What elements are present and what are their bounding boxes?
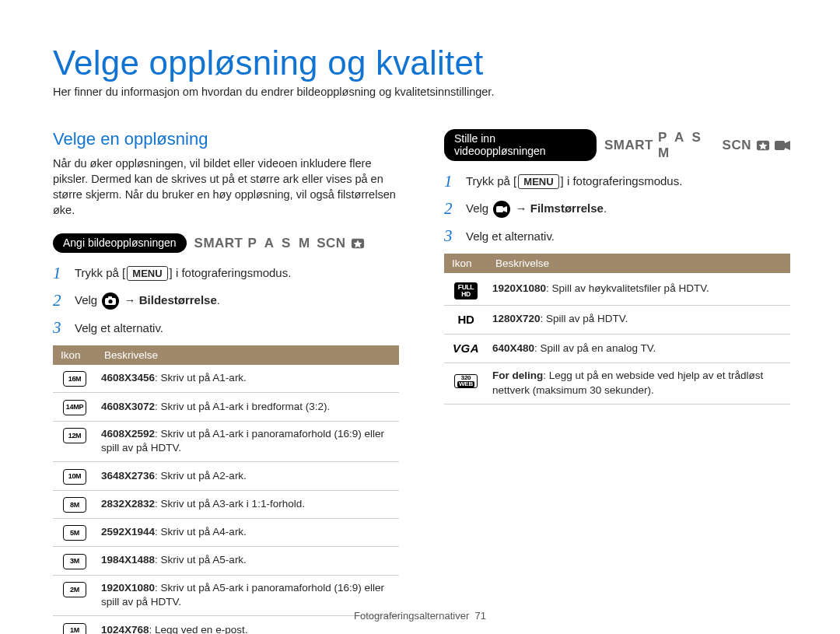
th-icon: Ikon [53, 345, 96, 365]
video-icon [493, 201, 510, 218]
table-row: 8M 2832X2832: Skriv ut på A3-ark i 1:1-f… [53, 490, 399, 518]
subsection-title: Velge en oppløsning [53, 129, 399, 149]
mode-magic-icon [351, 236, 365, 250]
video-resolution-table: Ikon Beskrivelse FULLHD 1920X1080: Spill… [444, 254, 790, 405]
res-badge-icon: 14MP [63, 400, 86, 415]
step-number: 1 [53, 264, 67, 283]
hd-badge-icon: HD [454, 312, 478, 328]
mode-magic-icon [756, 138, 770, 152]
step-text: Trykk på [MENU] i fotograferingsmodus. [75, 266, 291, 281]
table-row: 14MP 4608X3072: Skriv ut på A1-ark i bre… [53, 393, 399, 421]
vga-badge-icon: VGA [450, 341, 481, 356]
table-row: HD 1280X720: Spill av på HDTV. [444, 305, 790, 334]
page-footer: Fotograferingsalternativer 71 [0, 610, 840, 622]
menu-button-badge: MENU [518, 174, 558, 189]
table-row: 5M 2592X1944: Skriv ut på A4-ark. [53, 518, 399, 546]
steps-list: 1 Trykk på [MENU] i fotograferingsmodus.… [53, 264, 399, 338]
res-badge-icon: 10M [63, 469, 86, 485]
step-text: Velg et alternativ. [466, 229, 555, 243]
table-row: FULLHD 1920X1080: Spill av høykvalitetsf… [444, 273, 790, 305]
svg-point-4 [109, 299, 113, 303]
step-text: Trykk på [MENU] i fotograferingsmodus. [466, 174, 682, 189]
steps-list: 1 Trykk på [MENU] i fotograferingsmodus.… [444, 172, 790, 246]
table-row: 10M 3648X2736: Skriv ut på A2-ark. [53, 462, 399, 490]
mode-scn: SCN [317, 236, 345, 251]
res-badge-icon: 2M [63, 582, 86, 597]
page-title: Velge oppløsning og kvalitet [53, 44, 793, 82]
table-row: 16M 4608X3456: Skriv ut på A1-ark. [53, 365, 399, 393]
step-number: 1 [444, 172, 458, 191]
th-desc: Beskrivelse [488, 254, 790, 273]
res-badge-icon: 16M [63, 371, 86, 387]
page-intro: Her finner du informasjon om hvordan du … [53, 86, 793, 98]
res-badge-icon: 3M [63, 554, 86, 569]
th-desc: Beskrivelse [96, 345, 399, 365]
res-badge-icon: 8M [63, 497, 86, 513]
svg-rect-3 [108, 296, 112, 299]
svg-rect-9 [496, 206, 503, 212]
right-column: Stille inn videooppløsningen SMART P A S… [444, 129, 790, 634]
svg-marker-10 [503, 206, 507, 212]
pill-video-resolution: Stille inn videooppløsningen [444, 129, 597, 161]
th-icon: Ikon [444, 254, 488, 273]
step-text: Velg et alternativ. [75, 321, 163, 335]
step-text: Velg → Bildestørrelse. [75, 292, 220, 310]
mode-smart: SMART [194, 236, 243, 251]
mode-smart: SMART [604, 138, 653, 153]
mode-badges: SMART P A S M SCN [604, 130, 790, 161]
step-number: 3 [444, 226, 458, 246]
mode-video-icon [775, 140, 790, 151]
mode-pasm: P A S M [658, 130, 718, 161]
mode-badges: SMART P A S M SCN [194, 236, 365, 251]
table-row: 3M 1984X1488: Skriv ut på A5-ark. [53, 547, 399, 575]
table-row: VGA 640X480: Spill av på en analog TV. [444, 334, 790, 363]
table-row: 320WEB For deling: Legg ut på en webside… [444, 363, 790, 405]
svg-marker-8 [785, 141, 790, 150]
res-badge-icon: 1M [63, 623, 86, 634]
camera-icon [102, 292, 119, 310]
menu-button-badge: MENU [127, 266, 167, 281]
step-number: 2 [53, 291, 67, 310]
mode-pasm: P A S M [248, 236, 313, 251]
step-number: 2 [444, 199, 458, 219]
image-resolution-table: Ikon Beskrivelse 16M 4608X3456: Skriv ut… [53, 345, 399, 634]
left-column: Velge en oppløsning Når du øker oppløsni… [53, 129, 399, 634]
pill-image-resolution: Angi bildeoppløsningen [53, 233, 187, 253]
subsection-intro: Når du øker oppløsningen, vil bildet ell… [53, 156, 399, 218]
step-text: Velg → Filmstørrelse. [466, 201, 607, 218]
web-badge-icon: 320WEB [454, 374, 478, 388]
res-badge-icon: 5M [63, 525, 86, 541]
res-badge-icon: 12M [63, 428, 86, 443]
mode-scn: SCN [723, 138, 751, 153]
table-row: 12M 4608X2592: Skriv ut på A1-ark i pano… [53, 421, 399, 462]
step-number: 3 [53, 318, 67, 338]
fullhd-badge-icon: FULLHD [454, 282, 478, 299]
svg-rect-7 [775, 141, 785, 150]
